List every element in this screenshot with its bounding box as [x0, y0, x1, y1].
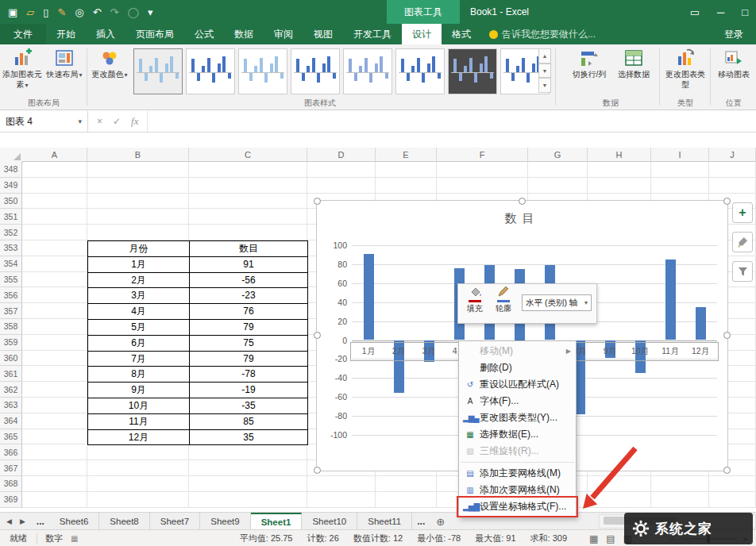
column-header[interactable]: F — [437, 148, 528, 162]
context-menu-item[interactable]: ▂▆▄更改图表类型(Y)... — [459, 410, 576, 426]
add-sheet-icon[interactable]: ⊕ — [430, 513, 451, 530]
chart-style-thumbnail[interactable] — [448, 48, 497, 94]
new-doc-icon[interactable]: ▯ — [43, 7, 48, 17]
ribbon-tab[interactable]: 文件 — [0, 24, 46, 44]
sheet-tab[interactable]: Sheet8 — [99, 513, 149, 530]
ribbon-tab[interactable]: 开始 — [46, 24, 86, 44]
column-header[interactable]: D — [307, 148, 376, 162]
table-cell[interactable]: 9月 — [88, 383, 190, 398]
minimize-icon[interactable]: ─ — [717, 7, 724, 17]
sheet-nav-left-icon[interactable]: ◀ — [6, 517, 12, 525]
row-header[interactable]: 355 — [0, 272, 22, 288]
row-header[interactable]: 356 — [0, 287, 22, 303]
table-cell[interactable]: 85 — [190, 414, 308, 430]
fill-color-button[interactable]: 填充 — [462, 286, 488, 314]
name-box-dropdown-icon[interactable]: ▾ — [78, 117, 82, 125]
row-header[interactable]: 359 — [0, 335, 22, 351]
x-axis-label[interactable]: 11月 — [662, 346, 678, 357]
quick-layout-button[interactable]: 快速布局 — [44, 47, 85, 79]
table-cell[interactable]: 75 — [190, 336, 308, 352]
ribbon-tab[interactable]: 插入 — [86, 24, 125, 44]
ribbon-tab[interactable]: 格式 — [442, 24, 481, 44]
row-header[interactable]: 358 — [0, 319, 22, 335]
table-cell[interactable]: 10月 — [88, 398, 190, 414]
table-cell[interactable]: 2月 — [88, 273, 190, 289]
sign-in-button[interactable]: 登录 — [724, 24, 756, 44]
chart-selection-handle[interactable] — [723, 467, 731, 474]
row-header[interactable]: 348 — [0, 162, 22, 178]
x-axis-label[interactable]: 1月 — [362, 346, 375, 357]
context-menu-item[interactable]: A字体(F)... — [459, 393, 576, 410]
table-cell[interactable]: -23 — [190, 288, 308, 304]
open-icon[interactable]: ▱ — [26, 7, 34, 17]
select-all-corner[interactable] — [0, 148, 23, 163]
column-header[interactable]: E — [376, 148, 437, 162]
chart-bar[interactable] — [364, 254, 374, 340]
table-cell[interactable]: 35 — [190, 430, 308, 446]
row-header[interactable]: 365 — [0, 429, 22, 445]
normal-view-icon[interactable]: ▦ — [589, 533, 598, 544]
tell-me-box[interactable]: 告诉我您想要做什么... — [481, 24, 604, 44]
cancel-icon[interactable]: × — [97, 116, 102, 127]
column-header[interactable]: I — [651, 148, 709, 162]
row-header[interactable]: 369 — [0, 492, 22, 508]
save-icon[interactable]: ▣ — [8, 7, 17, 17]
row-header[interactable]: 368 — [0, 476, 22, 492]
name-box[interactable]: 图表 4 ▾ — [0, 111, 88, 132]
chart-elements-button[interactable]: + — [732, 202, 753, 223]
record-icon[interactable]: ◯ — [128, 7, 140, 17]
qat-menu-icon[interactable]: ▾ — [148, 7, 153, 17]
chart-element-dropdown[interactable]: 水平 (类别) 轴 ▾ — [522, 294, 592, 311]
chart-title[interactable]: 数目 — [317, 211, 727, 226]
x-axis-label[interactable]: 12月 — [692, 346, 709, 357]
select-data-button[interactable]: 选择数据 — [613, 47, 654, 79]
enter-icon[interactable]: ✓ — [113, 116, 121, 127]
chart-style-thumbnail[interactable] — [133, 48, 183, 94]
gallery-more-icon[interactable]: ▼ — [538, 78, 551, 93]
table-cell[interactable]: 8月 — [88, 367, 190, 383]
chart-selection-handle[interactable] — [723, 332, 731, 339]
context-menu-item[interactable]: ▤添加主要网格线(M) — [459, 465, 576, 482]
table-cell[interactable]: 1月 — [88, 257, 190, 273]
sheet-tab[interactable]: Sheet9 — [200, 513, 250, 530]
chart-style-thumbnail[interactable] — [238, 48, 287, 94]
table-cell[interactable]: 3月 — [88, 288, 190, 304]
x-axis-label[interactable]: 2月 — [392, 346, 405, 357]
column-header[interactable]: C — [189, 148, 307, 162]
context-menu-item[interactable]: 删除(D) — [459, 360, 576, 376]
row-header[interactable]: 353 — [0, 240, 22, 256]
table-cell[interactable]: -78 — [190, 367, 308, 383]
row-header[interactable]: 350 — [0, 194, 22, 210]
gallery-down-icon[interactable]: ▼ — [538, 63, 551, 79]
sheet-tab[interactable]: Sheet10 — [302, 513, 357, 530]
row-header[interactable]: 363 — [0, 398, 22, 413]
change-colors-button[interactable]: 更改颜色 — [89, 47, 130, 79]
context-menu-item[interactable]: ▥添加次要网格线(N) — [459, 482, 576, 498]
row-header[interactable]: 362 — [0, 382, 22, 398]
table-cell[interactable]: 12月 — [88, 430, 190, 446]
table-cell[interactable]: -19 — [190, 383, 308, 398]
table-cell[interactable]: 4月 — [88, 304, 190, 320]
table-cell[interactable]: 79 — [190, 352, 308, 367]
move-chart-button[interactable]: 移动图表 — [713, 47, 754, 79]
table-cell[interactable]: 91 — [190, 257, 308, 273]
row-header[interactable]: 352 — [0, 225, 22, 240]
ribbon-tab[interactable]: 视图 — [303, 24, 343, 44]
pens-icon[interactable]: ✎ — [57, 7, 66, 17]
gallery-up-icon[interactable]: ▲ — [538, 48, 551, 63]
context-menu-item[interactable]: ▂▅▇设置坐标轴格式(F)... — [459, 498, 576, 515]
sheet-overflow-left[interactable]: ... — [32, 513, 49, 530]
chart-style-thumbnail[interactable] — [343, 48, 392, 94]
chart-bar[interactable] — [696, 307, 706, 340]
change-chart-type-button[interactable]: 更改图表类型 — [664, 47, 707, 90]
formula-input[interactable] — [148, 111, 756, 132]
chart-selection-handle[interactable] — [519, 198, 526, 205]
row-header[interactable]: 351 — [0, 209, 22, 225]
row-header[interactable]: 361 — [0, 366, 22, 382]
page-layout-view-icon[interactable]: ▤ — [606, 533, 615, 544]
chart-selection-handle[interactable] — [314, 467, 321, 474]
chart-style-thumbnail[interactable] — [186, 48, 235, 94]
chart-filters-button[interactable] — [732, 261, 753, 282]
row-header[interactable]: 357 — [0, 303, 22, 319]
ribbon-tab[interactable]: 开发工具 — [343, 24, 402, 44]
